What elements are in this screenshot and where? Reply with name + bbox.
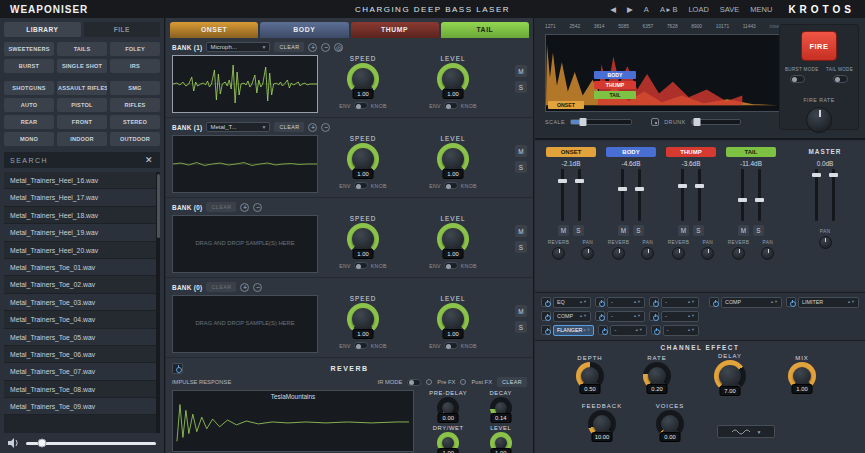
filter-mono[interactable]: MONO: [4, 132, 54, 146]
rate-knob[interactable]: 0.20: [643, 362, 671, 390]
burst-mode-toggle[interactable]: [790, 75, 805, 83]
target-icon[interactable]: ◎: [334, 43, 343, 52]
menu-button[interactable]: MENU: [750, 5, 772, 14]
fx-power-icon[interactable]: [786, 297, 796, 307]
mute-button[interactable]: M: [678, 225, 689, 236]
solo-button[interactable]: S: [693, 225, 704, 236]
fx-slot-empty[interactable]: -▲▼: [598, 324, 646, 336]
list-item[interactable]: Metal_Trainers_Toe_01.wav: [4, 259, 160, 276]
level-knob[interactable]: 1.00: [437, 143, 469, 175]
bank-waveform[interactable]: [172, 135, 318, 193]
bank-drop-zone[interactable]: DRAG AND DROP SAMPLE(S) HERE: [172, 295, 318, 353]
add-sample-button[interactable]: +: [240, 203, 249, 212]
speed-knob[interactable]: 1.00: [347, 143, 379, 175]
master-faders[interactable]: [808, 169, 842, 221]
remove-sample-button[interactable]: −: [321, 123, 330, 132]
save-button[interactable]: SAVE: [720, 5, 739, 14]
reverb-level-knob[interactable]: 1.00: [490, 432, 512, 453]
mute-button[interactable]: M: [515, 225, 527, 237]
tab-tail[interactable]: TAIL: [441, 22, 529, 38]
impulse-response-waveform[interactable]: TeslaMountains: [172, 390, 414, 452]
filter-sweeteners[interactable]: SWEETENERS: [4, 42, 54, 56]
preview-volume-slider[interactable]: [26, 442, 156, 445]
ab-copy-button[interactable]: A ▸ B: [660, 5, 678, 14]
output-waveform-overview[interactable]: BODY THUMP TAIL ONSET: [545, 34, 781, 112]
file-list-scrollbar[interactable]: [156, 172, 160, 433]
remove-sample-button[interactable]: −: [253, 283, 262, 292]
fx-slot-empty[interactable]: -▲▼: [595, 296, 645, 308]
env-knob-toggle[interactable]: [354, 182, 368, 189]
bank-clear-button[interactable]: CLEAR: [206, 282, 236, 292]
fx-slot-limiter[interactable]: LIMITER▲▼: [786, 296, 859, 308]
fx-power-icon[interactable]: [709, 297, 719, 307]
filter-burst[interactable]: BURST: [4, 59, 54, 73]
prev-preset-button[interactable]: ◀: [610, 5, 616, 14]
fx-slot-eq[interactable]: EQ▲▼: [541, 296, 591, 308]
channel-label-onset[interactable]: ONSET: [546, 147, 596, 157]
solo-button[interactable]: S: [515, 241, 527, 253]
delay-knob[interactable]: 7.00: [714, 360, 746, 392]
solo-button[interactable]: S: [573, 225, 584, 236]
solo-button[interactable]: S: [515, 321, 527, 333]
mix-knob[interactable]: 1.00: [788, 362, 816, 390]
filter-tails[interactable]: TAILS: [57, 42, 107, 56]
post-fx-radio[interactable]: [460, 379, 466, 385]
filter-foley[interactable]: FOLEY: [110, 42, 160, 56]
decay-knob[interactable]: 0.14: [490, 397, 512, 419]
ir-clear-button[interactable]: CLEAR: [497, 377, 527, 387]
fx-reorder-icon[interactable]: ▲▼: [633, 300, 641, 303]
load-button[interactable]: LOAD: [688, 5, 708, 14]
fx-reorder-icon[interactable]: ▲▼: [635, 328, 643, 331]
ir-mode-toggle[interactable]: [407, 379, 421, 386]
fx-reorder-icon[interactable]: ▲▼: [687, 314, 695, 317]
voices-knob[interactable]: 0.00: [656, 410, 684, 438]
env-knob-toggle[interactable]: [444, 182, 458, 189]
channel-label-body[interactable]: BODY: [606, 147, 656, 157]
fx-slot-empty[interactable]: -▲▼: [595, 310, 645, 322]
solo-button[interactable]: S: [515, 161, 527, 173]
add-sample-button[interactable]: +: [308, 43, 317, 52]
mute-button[interactable]: M: [515, 145, 527, 157]
channel-label-thump[interactable]: THUMP: [666, 147, 716, 157]
mute-button[interactable]: M: [515, 65, 527, 77]
pan-knob[interactable]: [581, 247, 594, 260]
fx-slot-empty[interactable]: -▲▼: [649, 296, 699, 308]
list-item[interactable]: Metal_Trainers_Toe_09.wav: [4, 398, 160, 415]
list-item[interactable]: Metal_Trainers_Heel_17.wav: [4, 189, 160, 206]
track-label-thump[interactable]: THUMP: [594, 81, 636, 89]
pre-fx-radio[interactable]: [426, 379, 432, 385]
list-item[interactable]: Metal_Trainers_Heel_18.wav: [4, 207, 160, 224]
fx-slot-empty[interactable]: -▲▼: [651, 324, 699, 336]
filter-single-shot[interactable]: SINGLE SHOT: [57, 59, 107, 73]
bank-clear-button[interactable]: CLEAR: [274, 122, 304, 132]
list-item[interactable]: Metal_Trainers_Toe_03.wav: [4, 294, 160, 311]
solo-button[interactable]: S: [753, 225, 764, 236]
pan-knob[interactable]: [761, 247, 774, 260]
env-knob-toggle[interactable]: [354, 102, 368, 109]
fx-reorder-icon[interactable]: ▲▼: [847, 300, 855, 303]
clear-search-icon[interactable]: ✕: [145, 155, 154, 165]
fire-rate-knob[interactable]: [806, 107, 832, 133]
pan-knob[interactable]: [701, 247, 714, 260]
tab-file[interactable]: FILE: [84, 22, 161, 37]
fx-power-icon[interactable]: [541, 311, 551, 321]
channel-faders[interactable]: [734, 169, 768, 221]
bank-clear-button[interactable]: CLEAR: [274, 42, 304, 52]
fx-power-icon[interactable]: [595, 311, 605, 321]
fx-power-icon[interactable]: [541, 297, 551, 307]
track-label-tail[interactable]: TAIL: [594, 91, 636, 99]
filter-irs[interactable]: IRS: [110, 59, 160, 73]
bank-clear-button[interactable]: CLEAR: [206, 202, 236, 212]
list-item[interactable]: Metal_Trainers_Toe_08.wav: [4, 381, 160, 398]
list-item[interactable]: Metal_Trainers_Toe_07.wav: [4, 363, 160, 380]
pan-knob[interactable]: [641, 247, 654, 260]
fx-reorder-icon[interactable]: ▲▼: [579, 314, 587, 317]
bank-source-dropdown[interactable]: Metal_T... ▼: [206, 122, 270, 132]
fx-power-icon[interactable]: [649, 311, 659, 321]
search-input[interactable]: SEARCH ✕: [4, 152, 160, 168]
scale-slider-thumb[interactable]: [580, 118, 587, 126]
filter-assault-rifles[interactable]: ASSAULT RIFLES: [57, 81, 107, 95]
list-item[interactable]: Metal_Trainers_Heel_19.wav: [4, 224, 160, 241]
speed-knob[interactable]: 1.00: [347, 223, 379, 255]
mute-button[interactable]: M: [558, 225, 569, 236]
